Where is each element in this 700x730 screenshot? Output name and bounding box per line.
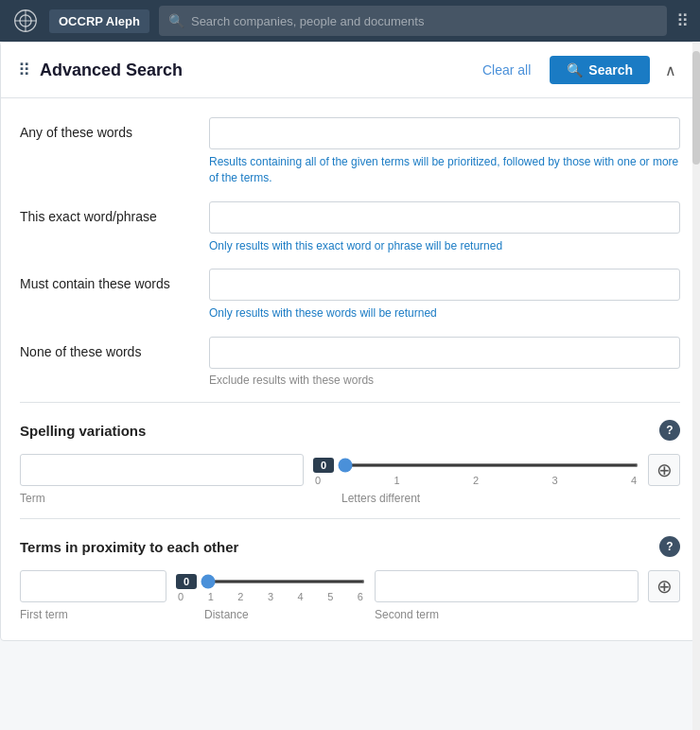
any-words-input[interactable] [209,117,680,149]
prox-distance-slider[interactable] [201,580,365,583]
nav-brand-label[interactable]: OCCRP Aleph [49,9,149,33]
app-logo [11,7,40,35]
prox-second-wrap [375,570,639,602]
none-of-words-hint: Exclude results with these words [209,374,680,387]
nav-search-wrap: 🔍 [159,6,667,36]
spelling-section-title: Spelling variations [20,423,146,439]
header-right: Clear all 🔍 Search ∧ [473,56,682,84]
spelling-section-header: Spelling variations ? [20,420,680,441]
scrollbar[interactable] [692,42,700,730]
section-divider-2 [20,518,680,519]
collapse-button[interactable]: ∧ [659,58,682,83]
page-title: Advanced Search [40,61,183,80]
spelling-add-button[interactable]: ⊕ [648,454,680,486]
spelling-add-icon: ⊕ [656,459,673,481]
nav-search-icon: 🔍 [168,13,184,28]
prox-first-wrap [20,570,166,602]
must-contain-field-wrap: Only results with these words will be re… [209,269,680,322]
prox-slider-container: 0 [176,574,365,589]
none-of-words-field-wrap: Exclude results with these words [209,337,680,387]
must-contain-input[interactable] [209,269,680,301]
any-words-label: Any of these words [20,117,209,140]
proximity-row: 0 0 1 2 3 4 5 6 ⊕ [20,570,680,602]
spelling-sub-labels: Term Letters different [20,492,680,505]
any-words-field-wrap: Results containing all of the given term… [209,117,680,186]
none-of-words-input[interactable] [209,337,680,369]
prox-sub-labels: First term Distance Second term [20,608,680,621]
spelling-term-wrap [20,454,304,486]
search-button-label: Search [588,62,633,78]
none-of-words-row: None of these words Exclude results with… [20,337,680,387]
spelling-letters-label: Letters different [313,492,680,505]
proximity-section-title: Terms in proximity to each other [20,539,238,555]
any-words-row: Any of these words Results containing al… [20,117,680,186]
spelling-ticks: 0 1 2 3 4 [313,475,639,486]
spelling-slider[interactable] [338,463,639,467]
advanced-search-header: ⠿ Advanced Search Clear all 🔍 Search ∧ [1,43,699,98]
prox-add-icon: ⊕ [656,575,673,598]
exact-phrase-label: This exact word/phrase [20,201,209,224]
spelling-term-label: Term [20,492,304,505]
prox-slider-wrap: 0 0 1 2 3 4 5 6 [176,574,365,602]
spelling-row: 0 0 1 2 3 4 ⊕ [20,454,680,486]
exact-phrase-hint: Only results with this exact word or phr… [209,238,680,254]
must-contain-label: Must contain these words [20,269,209,291]
proximity-help-icon[interactable]: ? [659,536,680,557]
prox-second-term-input[interactable] [375,570,639,602]
none-of-words-label: None of these words [20,337,209,359]
top-navigation: OCCRP Aleph 🔍 ⠿ [0,0,700,42]
spelling-term-input[interactable] [20,454,304,486]
clear-all-button[interactable]: Clear all [473,57,540,83]
sliders-icon: ⠿ [18,60,30,80]
prox-ticks: 0 1 2 3 4 5 6 [176,591,365,602]
advanced-search-panel: ⠿ Advanced Search Clear all 🔍 Search ∧ A… [0,42,700,641]
proximity-section-header: Terms in proximity to each other ? [20,536,680,557]
spelling-slider-wrap: 0 0 1 2 3 4 [313,458,639,486]
prox-slider-value: 0 [176,574,197,589]
exact-phrase-field-wrap: Only results with this exact word or phr… [209,201,680,254]
prox-add-button[interactable]: ⊕ [648,570,680,602]
must-contain-row: Must contain these words Only results wi… [20,269,680,322]
spelling-slider-container: 0 [313,458,639,473]
prox-first-term-label: First term [20,608,166,621]
nav-search-input[interactable] [159,6,667,36]
header-left: ⠿ Advanced Search [18,60,183,80]
advanced-search-body: Any of these words Results containing al… [1,98,699,640]
exact-phrase-row: This exact word/phrase Only results with… [20,201,680,254]
prox-first-term-input[interactable] [20,570,166,602]
must-contain-hint: Only results with these words will be re… [209,305,680,322]
prox-second-term-label: Second term [375,608,680,621]
exact-phrase-input[interactable] [209,201,680,234]
filters-icon[interactable]: ⠿ [676,10,689,31]
spelling-help-icon[interactable]: ? [659,420,680,441]
any-words-hint: Results containing all of the given term… [209,154,680,186]
search-button[interactable]: 🔍 Search [550,56,650,84]
search-button-icon: 🔍 [567,62,583,78]
section-divider-1 [20,402,680,403]
scrollbar-thumb[interactable] [692,51,700,165]
prox-distance-label: Distance [176,608,365,621]
spelling-slider-value: 0 [313,458,334,473]
